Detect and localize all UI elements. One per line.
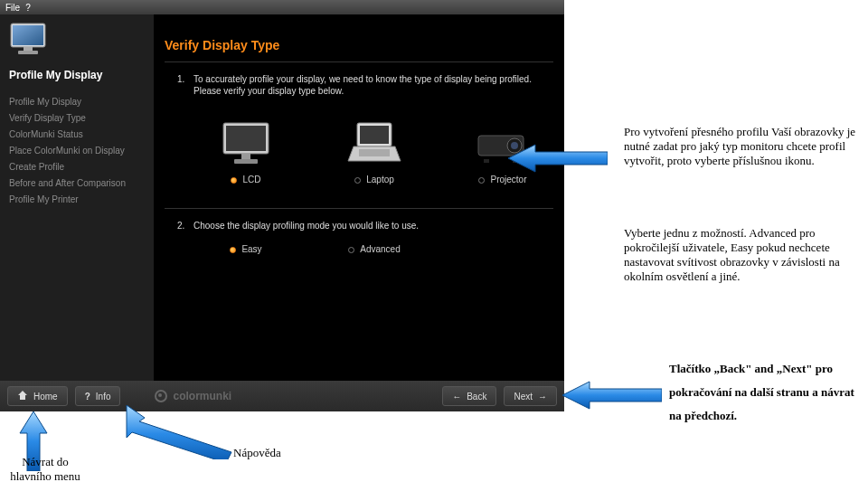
back-button[interactable]: ← Back bbox=[442, 386, 496, 406]
colormunki-logo-icon bbox=[155, 390, 167, 402]
radio-laptop-icon bbox=[354, 177, 361, 184]
sidebar-item-create-profile[interactable]: Create Profile bbox=[7, 159, 154, 175]
sidebar: Profile My Display Profile My Display Ve… bbox=[0, 14, 154, 381]
annotation-5: Nápověda bbox=[233, 446, 281, 460]
annotation-arrow-3 bbox=[562, 380, 662, 414]
step-1-line2: Please verify your display type below. bbox=[193, 85, 548, 97]
arrow-left-icon: ← bbox=[452, 392, 461, 402]
annotation-3-line2: pokračování na další stranu a návrat bbox=[669, 385, 868, 400]
svg-rect-2 bbox=[24, 47, 33, 51]
svg-rect-9 bbox=[360, 126, 389, 144]
home-button[interactable]: Home bbox=[7, 386, 68, 406]
sidebar-item-place-on-display[interactable]: Place ColorMunki on Display bbox=[7, 143, 154, 159]
step-1: 1. To accurately profile your display, w… bbox=[154, 62, 564, 100]
sidebar-item-profile-printer[interactable]: Profile My Printer bbox=[7, 192, 154, 208]
svg-rect-1 bbox=[13, 25, 43, 45]
annotation-1: Pro vytvoření přesného profilu Vaší obra… bbox=[624, 125, 859, 168]
sidebar-nav: Profile My Display Verify Display Type C… bbox=[0, 92, 154, 208]
device-lcd-label: LCD bbox=[242, 175, 260, 184]
annotation-3-line3: na předchozí. bbox=[669, 409, 868, 423]
svg-rect-14 bbox=[484, 159, 489, 163]
device-laptop[interactable]: Laptop bbox=[335, 117, 414, 184]
svg-rect-3 bbox=[18, 51, 38, 54]
back-button-label: Back bbox=[467, 392, 486, 402]
annotation-3-line1: Tlačítko „Back" and „Next" pro bbox=[669, 362, 868, 376]
info-button-label: Info bbox=[96, 392, 111, 402]
mode-advanced[interactable]: Advanced bbox=[335, 244, 414, 254]
annotation-3: Tlačítko „Back" and „Next" pro pokračová… bbox=[669, 362, 868, 423]
annotation-arrow-1 bbox=[508, 143, 608, 177]
next-button-label: Next bbox=[514, 392, 533, 402]
home-icon bbox=[17, 390, 28, 402]
sidebar-item-before-after[interactable]: Before and After Comparison bbox=[7, 175, 154, 192]
laptop-icon bbox=[335, 117, 414, 169]
step-2: 2. Choose the display profiling mode you… bbox=[154, 209, 564, 235]
mode-easy[interactable]: Easy bbox=[206, 244, 286, 254]
mode-easy-label: Easy bbox=[241, 244, 261, 254]
menubar: File ? bbox=[0, 0, 564, 14]
sidebar-item-profile-display[interactable]: Profile My Display bbox=[7, 94, 154, 110]
footer: Home ? Info colormunki ← Back Next → bbox=[0, 381, 564, 411]
radio-easy-icon bbox=[230, 247, 236, 253]
home-button-label: Home bbox=[33, 392, 58, 402]
profiling-modes: Easy Advanced bbox=[154, 235, 564, 254]
device-lcd[interactable]: LCD bbox=[206, 117, 286, 184]
page-title: Verify Display Type bbox=[154, 14, 564, 58]
brand: colormunki bbox=[127, 390, 435, 402]
question-icon: ? bbox=[85, 392, 90, 402]
step-2-text: Choose the display profiling mode you wo… bbox=[193, 220, 548, 232]
annotation-4: Návrat do hlavního menu bbox=[0, 455, 90, 482]
annotation-4-line2: hlavního menu bbox=[0, 469, 90, 482]
annotation-arrow-5 bbox=[118, 405, 235, 463]
svg-rect-5 bbox=[226, 126, 266, 151]
mode-advanced-label: Advanced bbox=[360, 244, 400, 254]
svg-rect-7 bbox=[234, 159, 258, 164]
monitor-icon bbox=[9, 22, 154, 60]
app-window: File ? Profile My Display Profile My Dis… bbox=[0, 0, 564, 411]
step-2-number: 2. bbox=[177, 220, 193, 232]
radio-projector-icon bbox=[478, 177, 485, 184]
annotation-4-line1: Návrat do bbox=[0, 455, 90, 469]
lcd-icon bbox=[206, 117, 286, 169]
next-button[interactable]: Next → bbox=[504, 386, 557, 406]
step-1-number: 1. bbox=[177, 73, 193, 97]
menu-help[interactable]: ? bbox=[25, 3, 31, 13]
step-1-line1: To accurately profile your display, we n… bbox=[193, 73, 548, 85]
sidebar-title: Profile My Display bbox=[0, 63, 154, 92]
device-laptop-label: Laptop bbox=[366, 175, 394, 184]
info-button[interactable]: ? Info bbox=[75, 386, 121, 406]
sidebar-item-verify-display-type[interactable]: Verify Display Type bbox=[7, 110, 154, 127]
annotation-2: Vyberte jednu z možností. Advanced pro p… bbox=[624, 226, 866, 284]
svg-rect-10 bbox=[359, 149, 390, 156]
content-panel: Verify Display Type 1. To accurately pro… bbox=[154, 14, 564, 381]
sidebar-item-status[interactable]: ColorMunki Status bbox=[7, 127, 154, 143]
radio-lcd-icon bbox=[231, 177, 237, 184]
radio-advanced-icon bbox=[348, 247, 354, 253]
brand-label: colormunki bbox=[173, 390, 231, 402]
svg-rect-6 bbox=[241, 154, 250, 159]
device-choices: LCD Laptop Projector bbox=[154, 100, 564, 192]
arrow-right-icon: → bbox=[538, 392, 547, 402]
menu-file[interactable]: File bbox=[5, 3, 20, 13]
